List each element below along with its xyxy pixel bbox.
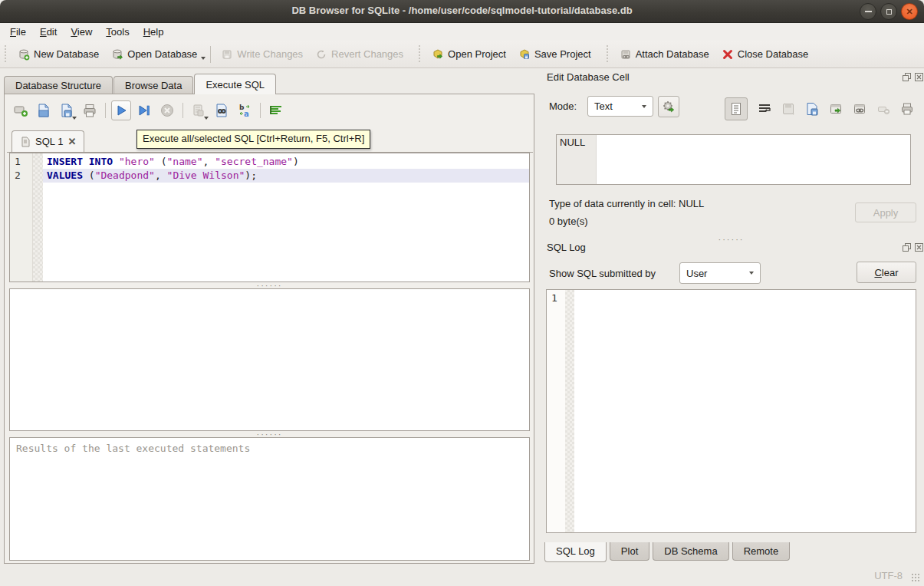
toolbar-separator [105, 103, 106, 118]
minimize-icon [865, 11, 872, 12]
export-data-icon[interactable] [805, 102, 819, 116]
code-line[interactable]: INSERT INTO "hero" ("name", "secret_name… [43, 155, 529, 169]
execute-all-button[interactable] [111, 100, 131, 120]
text-document-icon [729, 102, 743, 116]
revert-changes-button[interactable]: Revert Changes [309, 45, 409, 64]
results-message-panel[interactable]: Results of the last executed statements [9, 437, 530, 561]
close-database-button[interactable]: Close Database [715, 45, 815, 64]
open-in-external-icon[interactable] [829, 102, 843, 116]
print-cell-icon[interactable] [900, 102, 914, 116]
menu-view[interactable]: View [64, 25, 99, 39]
new-database-button[interactable]: New Database [12, 45, 105, 64]
toolbar-drag-handle[interactable] [417, 45, 423, 64]
save-sql-file-button[interactable] [57, 100, 77, 120]
menu-help[interactable]: Help [136, 25, 171, 39]
attach-database-icon [620, 48, 632, 61]
new-sql-tab-button[interactable] [11, 100, 31, 120]
clear-log-button[interactable]: Clear [857, 262, 916, 283]
attach-database-button[interactable]: Attach Database [613, 45, 715, 64]
find-button[interactable] [212, 100, 232, 120]
play-to-cursor-icon [136, 103, 152, 118]
dock-tab-bar: SQL Log Plot DB Schema Remote [544, 542, 793, 562]
print-sql-button[interactable] [80, 100, 100, 120]
text-mode-toggle[interactable] [725, 97, 748, 120]
close-button[interactable]: ✕ [901, 3, 918, 20]
sql-code-lines[interactable]: INSERT INTO "hero" ("name", "secret_name… [43, 153, 529, 281]
save-project-button[interactable]: Save Project [512, 45, 597, 64]
stop-execution-button[interactable] [157, 100, 177, 120]
format-sql-button[interactable] [266, 100, 286, 120]
menu-tools[interactable]: Tools [99, 25, 136, 39]
code-line[interactable]: VALUES ("Deadpond", "Dive Wilson"); [43, 169, 529, 183]
menu-file[interactable]: File [3, 25, 33, 39]
open-database-dropdown[interactable] [200, 47, 206, 62]
dock-splitter[interactable]: ······ [546, 233, 916, 245]
apply-button[interactable]: Apply [855, 202, 916, 222]
float-panel-button[interactable] [902, 72, 911, 81]
title-bar[interactable]: DB Browser for SQLite - /home/user/code/… [0, 0, 924, 23]
word-wrap-icon[interactable] [758, 102, 771, 116]
sql-doc-tab[interactable]: SQL 1 ✕ [12, 130, 84, 152]
cell-editor-icon-bar [713, 97, 914, 120]
cell-size-info: 0 byte(s) [549, 216, 588, 227]
close-icon: ✕ [902, 4, 917, 19]
toolbar-separator [260, 103, 261, 118]
write-changes-icon [221, 48, 233, 61]
log-content-area[interactable] [574, 290, 916, 532]
save-project-icon [518, 48, 531, 61]
line-number-gutter: 12 [10, 153, 33, 281]
set-null-icon[interactable] [876, 102, 890, 116]
find-replace-button[interactable]: b a [235, 100, 255, 120]
copy-link-icon[interactable] [853, 102, 866, 116]
close-panel-button[interactable] [914, 72, 923, 81]
float-panel-button[interactable] [902, 242, 911, 252]
save-results-icon [191, 103, 206, 118]
close-panel-button[interactable] [914, 242, 923, 252]
save-file-icon [59, 103, 74, 118]
tab-sql-log[interactable]: SQL Log [544, 542, 607, 562]
toolbar-separator [210, 46, 211, 63]
window-title: DB Browser for SQLite - /home/user/code/… [0, 5, 924, 16]
sql-log-filter-value: User [686, 268, 707, 279]
toolbar-drag-handle[interactable] [3, 45, 8, 64]
menu-edit[interactable]: Edit [33, 25, 64, 39]
import-data-icon[interactable] [781, 102, 795, 116]
open-sql-file-button[interactable] [34, 100, 54, 120]
maximize-button[interactable] [880, 3, 897, 20]
tab-remote[interactable]: Remote [732, 542, 791, 561]
splitter-handle[interactable]: ······ [9, 283, 530, 288]
open-database-button[interactable]: Open Database [105, 45, 203, 64]
chevron-down-icon [201, 57, 206, 60]
database-open-icon [111, 48, 123, 61]
tab-database-structure[interactable]: Database Structure [4, 76, 113, 94]
close-tab-icon[interactable]: ✕ [67, 136, 76, 147]
chevron-down-icon [204, 117, 209, 120]
encoding-indicator[interactable]: UTF-8 [874, 570, 903, 581]
chevron-down-icon [72, 117, 77, 120]
open-project-button[interactable]: Open Project [426, 45, 512, 64]
play-icon [113, 103, 129, 118]
chevron-down-icon [642, 105, 646, 108]
tab-execute-sql[interactable]: Execute SQL [194, 74, 276, 94]
main-tab-bar: Database Structure Browse Data Execute S… [4, 74, 277, 94]
sql-log-view[interactable]: 1 [546, 289, 916, 533]
tab-plot[interactable]: Plot [610, 542, 649, 561]
splitter-handle[interactable]: ······ [9, 432, 530, 437]
gear-arrow-icon [662, 100, 676, 114]
cell-value-area[interactable] [597, 135, 910, 184]
minimize-button[interactable] [860, 3, 876, 20]
sql-log-filter-select[interactable]: User [679, 262, 761, 284]
tab-browse-data[interactable]: Browse Data [113, 76, 193, 94]
resize-grip[interactable] [911, 573, 921, 583]
save-results-button[interactable] [189, 100, 209, 120]
auto-apply-button[interactable] [658, 96, 679, 117]
cell-value-editor[interactable]: NULL [556, 134, 911, 185]
tab-db-schema[interactable]: DB Schema [653, 542, 728, 561]
results-grid-panel[interactable] [9, 288, 530, 431]
toolbar-drag-handle[interactable] [605, 45, 610, 64]
cell-value-gutter: NULL [557, 135, 597, 184]
execute-current-line-button[interactable] [134, 100, 154, 120]
sql-code-editor[interactable]: 12 INSERT INTO "hero" ("name", "secret_n… [9, 153, 530, 282]
mode-select[interactable]: Text [587, 96, 653, 117]
write-changes-button[interactable]: Write Changes [215, 45, 309, 64]
